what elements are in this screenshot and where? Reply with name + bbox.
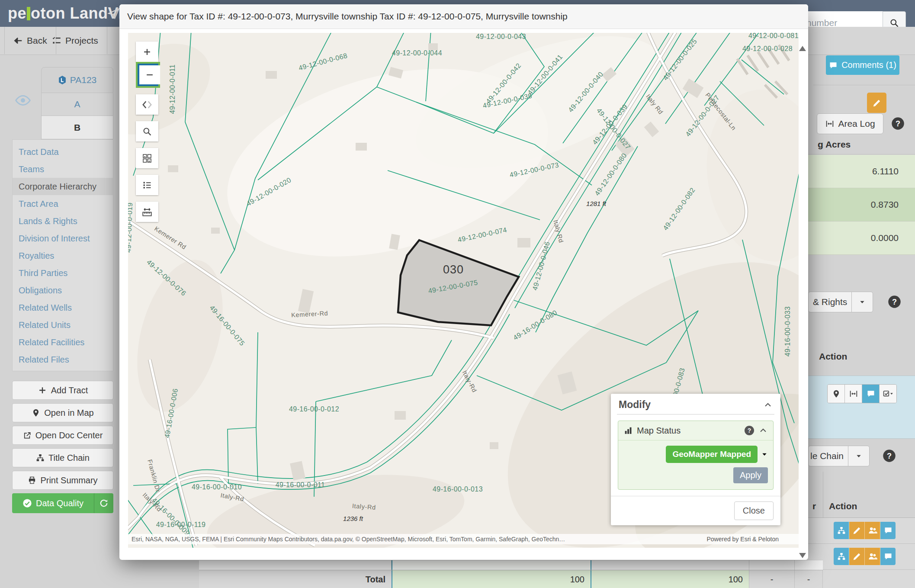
scale-label: 1236 ft [343,515,363,522]
help-icon[interactable]: ? [888,295,901,308]
open-doc-center-button[interactable]: Open Doc Center [12,426,113,445]
svg-text:?: ? [887,452,892,460]
add-tract-button[interactable]: Add Tract [12,381,113,400]
acres-value-row[interactable]: 0.0000 [808,222,915,255]
scroll-down-icon[interactable] [799,553,806,558]
hierarchy-action-button[interactable] [834,522,849,539]
sidebar-item-corporate-hierarchy[interactable]: Corporate Hierarchy [13,178,113,195]
map-measure-button[interactable] [136,202,158,222]
send-plane-icon [107,7,120,20]
sidebar-item-third-parties[interactable]: Third Parties [13,264,113,282]
parcel-id-label: 49-16-00-0-033 [784,306,791,357]
data-quality-button[interactable]: Data Quality [12,493,113,513]
people-action-button[interactable] [865,548,880,565]
acres-rows: 6.11100.87300.0000 [808,155,915,255]
help-icon[interactable]: ? [883,449,896,463]
eye-icon[interactable] [15,94,31,106]
sidebar-item-obligations[interactable]: Obligations [13,282,113,299]
area-log-button[interactable]: Area Log [817,113,883,134]
sidebar-item-teams[interactable]: Teams [13,161,113,178]
sidebar-item-related-units[interactable]: Related Units [13,316,113,334]
comment-icon [884,552,893,561]
prevnext-icon [141,99,153,110]
parcel-id-label: 49-16-00-0-012 [289,405,339,413]
people-icon [868,526,877,535]
sidebar-item-related-wells[interactable]: Related Wells [13,299,113,316]
modify-title: Modify [619,399,651,411]
hierarchy-action-button[interactable] [834,548,849,565]
scroll-up-icon[interactable] [799,46,806,51]
comment-action-button[interactable] [880,548,896,565]
tab-b[interactable]: B [41,116,113,139]
sidebar-item-lands-rights[interactable]: Lands & Rights [13,212,113,230]
people-action-button[interactable] [865,522,880,539]
lands-rights-dropdown[interactable]: & Rights [808,292,873,312]
edit-pencil-button[interactable] [867,93,886,113]
pencil-icon [852,526,862,535]
acres-column-header: g Acres [818,139,851,150]
arealog-icon [825,119,835,129]
map-prev-next-button[interactable] [136,94,158,115]
caret-down-icon[interactable] [848,446,869,466]
chevron-up-icon[interactable] [758,426,768,435]
caret-down-icon[interactable] [851,292,873,312]
pencil-action-button[interactable] [849,522,865,539]
row-action-group [834,548,896,565]
arealog-action-button[interactable] [845,385,862,403]
map-basemap-button[interactable] [136,148,158,168]
comment-action-button[interactable] [880,522,896,539]
plus-icon [142,47,152,57]
title-chain-dropdown[interactable]: le Chain [808,446,870,466]
chevron-up-icon[interactable] [763,400,773,410]
map-canvas[interactable]: 49-12-00-0-04349-12-00-0-04449-12-00-0-0… [128,33,799,548]
acres-value-row[interactable]: 0.8730 [808,188,915,222]
sidebar-item-related-files[interactable]: Related Files [13,351,113,368]
people-icon [868,552,877,561]
help-icon[interactable]: ? [891,117,905,130]
map-status-value-button[interactable]: GeoMapper Mapped [666,446,758,463]
projects-button[interactable]: Projects [43,27,107,54]
pin-action-button[interactable] [828,385,845,403]
total-value-cell: - [795,570,823,588]
sidebar-item-division-of-interest[interactable]: Division of Interest [13,230,113,247]
map-zoom-in-button[interactable] [136,42,158,62]
map-search-button[interactable] [136,121,158,141]
map-zoom-out-highlight [136,62,160,88]
sidebar-item-royalties[interactable]: Royalties [13,247,113,264]
refresh-button[interactable] [94,493,113,513]
apply-button[interactable]: Apply [733,467,768,483]
acres-value-row[interactable]: 6.1110 [808,155,915,188]
print-summary-button[interactable]: Print Summary [12,471,113,490]
table-row [808,570,915,588]
partial-column-header: r [812,501,816,511]
sidebar-item-related-facilities[interactable]: Related Facilities [13,334,113,351]
comments-button[interactable]: Comments (1) [826,55,899,75]
checkcaret-action-button[interactable] [880,385,896,403]
sidebar-item-tract-data[interactable]: Tract Data [13,143,113,161]
map-zoom-out-button[interactable] [139,65,160,84]
measure-icon [141,206,153,218]
action-column-header: Action [829,501,857,511]
minus-icon [145,70,154,80]
comment-action-button[interactable] [862,385,880,403]
project-tab-pa123[interactable]: PA123 [41,67,113,93]
pin-icon [32,408,40,417]
table-cell [749,560,795,570]
lot-number-label: 030 [443,263,464,276]
row-action-group [834,522,896,539]
pencil-action-button[interactable] [849,548,865,565]
caret-down-icon [855,453,862,459]
parcel-id-label: 49-12-00-0-081 [748,33,799,39]
sidebar-item-tract-area[interactable]: Tract Area [13,195,113,212]
modal-scrollbar[interactable] [799,33,806,560]
map-layers-button[interactable] [136,175,158,195]
open-in-map-button[interactable]: Open in Map [12,403,113,422]
title-chain-button[interactable]: Title Chain [12,448,113,467]
close-button[interactable]: Close [734,501,774,520]
tab-a[interactable]: A [41,93,113,116]
help-icon[interactable]: ? [744,425,754,436]
pencil-icon [852,552,862,561]
comment-icon [829,61,838,70]
table-cell-selected [392,560,591,570]
basemap-icon [142,153,152,164]
